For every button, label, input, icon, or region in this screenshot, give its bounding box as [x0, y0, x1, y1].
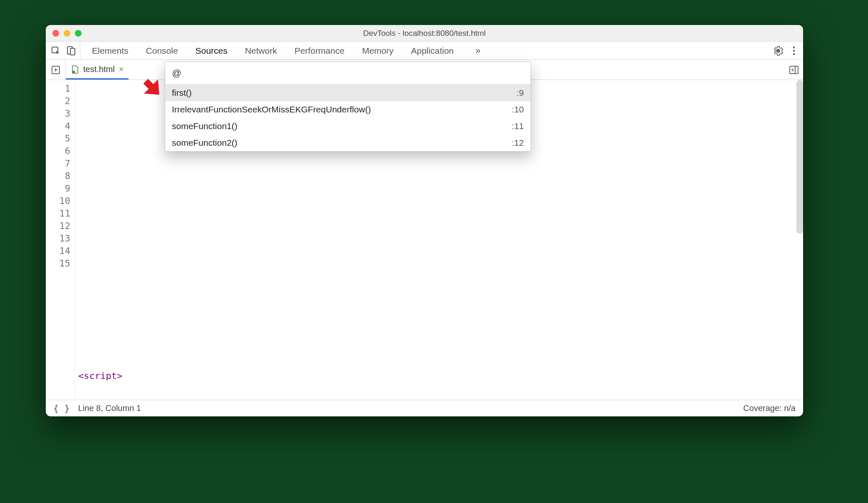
command-menu-item-line: :12 [512, 138, 524, 148]
window-title: DevTools - localhost:8080/test.html [46, 29, 803, 38]
line-number: 6 [46, 145, 70, 157]
toolbar-right [773, 46, 800, 56]
svg-rect-9 [790, 66, 798, 74]
line-number: 10 [46, 195, 70, 207]
cursor-position: Line 8, Column 1 [78, 403, 141, 413]
kebab-menu-icon[interactable] [792, 46, 796, 56]
svg-rect-2 [70, 48, 75, 55]
line-number: 7 [46, 157, 70, 170]
line-number: 12 [46, 220, 70, 232]
svg-point-8 [72, 71, 75, 74]
tab-memory[interactable]: Memory [362, 42, 394, 60]
command-menu-item-label: someFunction2() [172, 138, 238, 148]
tab-label: Sources [196, 46, 228, 56]
toggle-sidebar-icon[interactable] [789, 60, 799, 80]
tab-label: Elements [92, 46, 129, 56]
panel-tabs: Elements Console Sources Network Perform… [80, 42, 773, 60]
command-menu-input[interactable] [165, 62, 531, 85]
file-tab-test-html[interactable]: test.html × [66, 60, 129, 80]
command-menu-item-line: :10 [512, 105, 524, 115]
line-number: 11 [46, 207, 70, 220]
tab-performance[interactable]: Performance [295, 42, 345, 60]
tab-label: Console [146, 46, 178, 56]
window-titlebar: DevTools - localhost:8080/test.html [46, 25, 803, 42]
svg-point-4 [793, 46, 795, 48]
toggle-device-icon[interactable] [67, 46, 76, 56]
chevron-right-double-icon: » [475, 45, 480, 56]
vertical-scrollbar[interactable] [796, 80, 803, 234]
file-icon [72, 65, 79, 73]
tab-label: Performance [295, 46, 345, 56]
command-menu-item-label: first() [172, 88, 192, 98]
pretty-print-icon[interactable]: { } [53, 403, 70, 413]
settings-button[interactable] [773, 46, 783, 56]
command-menu: first() :9 IrrelevantFunctionSeekOrMissE… [165, 62, 531, 152]
line-number: 2 [46, 95, 70, 107]
line-number-gutter: 1 2 3 4 5 6 7 8 9 10 11 12 13 14 15 [46, 80, 75, 400]
svg-point-6 [793, 53, 795, 55]
tab-label: Memory [362, 46, 394, 56]
tab-label: Network [245, 46, 277, 56]
line-number: 8 [46, 170, 70, 182]
line-number: 4 [46, 120, 70, 132]
inspect-element-icon[interactable] [51, 46, 61, 56]
tabs-overflow-button[interactable]: » [471, 45, 484, 56]
line-number: 3 [46, 107, 70, 120]
command-menu-list: first() :9 IrrelevantFunctionSeekOrMissE… [165, 85, 531, 151]
line-number: 5 [46, 132, 70, 145]
status-bar: { } Line 8, Column 1 Coverage: n/a [46, 400, 803, 416]
command-menu-item[interactable]: first() :9 [165, 85, 531, 101]
panel-tabs-bar: Elements Console Sources Network Perform… [46, 42, 803, 60]
command-menu-item-line: :11 [512, 121, 524, 131]
debugger-step-icon[interactable] [46, 60, 66, 80]
devtools-window: DevTools - localhost:8080/test.html Elem… [46, 25, 803, 416]
code-token: <script> [78, 371, 122, 381]
line-number: 13 [46, 232, 70, 245]
svg-point-3 [777, 50, 779, 52]
line-number: 1 [46, 82, 70, 95]
command-menu-item-label: IrrelevantFunctionSeekOrMissEKGFreqUnder… [172, 105, 371, 115]
tab-label: Application [411, 46, 454, 56]
command-menu-item[interactable]: someFunction1() :11 [165, 118, 531, 134]
line-number: 14 [46, 245, 70, 257]
tab-elements[interactable]: Elements [92, 42, 129, 60]
command-menu-item-line: :9 [516, 88, 524, 98]
tab-console[interactable]: Console [146, 42, 178, 60]
command-menu-item[interactable]: someFunction2() :12 [165, 134, 531, 151]
tab-network[interactable]: Network [245, 42, 277, 60]
file-tab-label: test.html [83, 65, 115, 74]
coverage-status: Coverage: n/a [743, 403, 796, 413]
command-menu-item-label: someFunction1() [172, 121, 238, 131]
svg-point-5 [793, 50, 795, 51]
command-menu-item[interactable]: IrrelevantFunctionSeekOrMissEKGFreqUnder… [165, 101, 531, 118]
tab-sources[interactable]: Sources [196, 42, 228, 60]
inspect-tools [49, 42, 80, 60]
tab-application[interactable]: Application [411, 42, 454, 60]
line-number: 15 [46, 257, 70, 270]
line-number: 9 [46, 182, 70, 195]
close-icon[interactable]: × [119, 65, 124, 74]
